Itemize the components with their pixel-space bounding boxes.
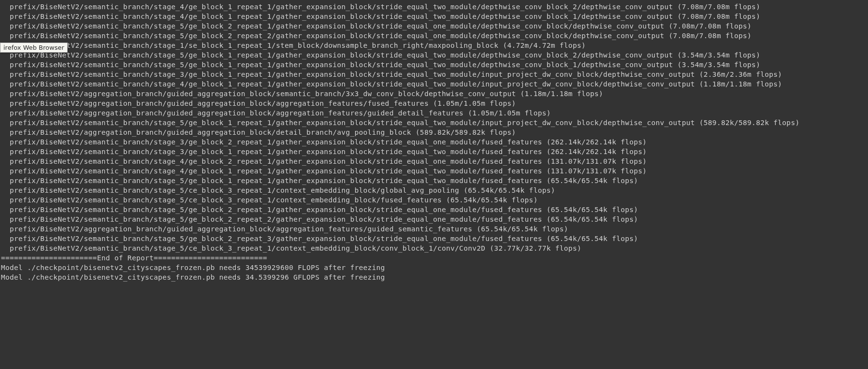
taskbar-tooltip: irefox Web Browser [0, 43, 68, 53]
terminal-line: prefix/BiseNetV2/aggregation_branch/guid… [1, 108, 867, 118]
terminal-line: prefix/BiseNetV2/semantic_branch/stage_5… [1, 176, 867, 185]
terminal-line: prefix/BiseNetV2/semantic_branch/stage_5… [1, 234, 867, 243]
terminal-line: prefix/BiseNetV2/aggregation_branch/guid… [1, 224, 867, 234]
terminal-line: prefix/BiseNetV2/semantic_branch/stage_5… [1, 243, 867, 253]
terminal-line: prefix/BiseNetV2/semantic_branch/stage_5… [1, 195, 867, 205]
terminal-line: prefix/BiseNetV2/aggregation_branch/guid… [1, 128, 867, 137]
terminal-line: prefix/BiseNetV2/aggregation_branch/guid… [1, 99, 867, 108]
terminal-line: prefix/BiseNetV2/semantic_branch/stage_5… [1, 31, 867, 41]
terminal-line: prefix/BiseNetV2/semantic_branch/stage_4… [1, 2, 867, 12]
terminal-line: prefix/BiseNetV2/semantic_branch/stage_1… [1, 41, 867, 50]
terminal-line: prefix/BiseNetV2/semantic_branch/stage_5… [1, 205, 867, 214]
terminal-line: prefix/BiseNetV2/semantic_branch/stage_3… [1, 147, 867, 156]
terminal-line: prefix/BiseNetV2/semantic_branch/stage_5… [1, 50, 867, 60]
terminal-line: Model ./checkpoint/bisenetv2_cityscapes_… [1, 272, 867, 282]
terminal-line: ======================End of Report=====… [1, 253, 867, 263]
terminal-line: prefix/BiseNetV2/semantic_branch/stage_5… [1, 214, 867, 224]
terminal-output[interactable]: prefix/BiseNetV2/semantic_branch/stage_4… [0, 0, 868, 284]
terminal-line: prefix/BiseNetV2/semantic_branch/stage_4… [1, 166, 867, 176]
terminal-line: prefix/BiseNetV2/semantic_branch/stage_4… [1, 12, 867, 21]
terminal-line: prefix/BiseNetV2/semantic_branch/stage_5… [1, 118, 867, 128]
terminal-line: prefix/BiseNetV2/semantic_branch/stage_3… [1, 137, 867, 147]
terminal-line: Model ./checkpoint/bisenetv2_cityscapes_… [1, 263, 867, 272]
terminal-line: prefix/BiseNetV2/aggregation_branch/guid… [1, 89, 867, 99]
terminal-line: prefix/BiseNetV2/semantic_branch/stage_4… [1, 79, 867, 89]
terminal-line: prefix/BiseNetV2/semantic_branch/stage_4… [1, 156, 867, 166]
terminal-line: prefix/BiseNetV2/semantic_branch/stage_5… [1, 60, 867, 70]
terminal-line: prefix/BiseNetV2/semantic_branch/stage_5… [1, 185, 867, 195]
terminal-line: prefix/BiseNetV2/semantic_branch/stage_5… [1, 21, 867, 31]
terminal-line: prefix/BiseNetV2/semantic_branch/stage_3… [1, 70, 867, 79]
